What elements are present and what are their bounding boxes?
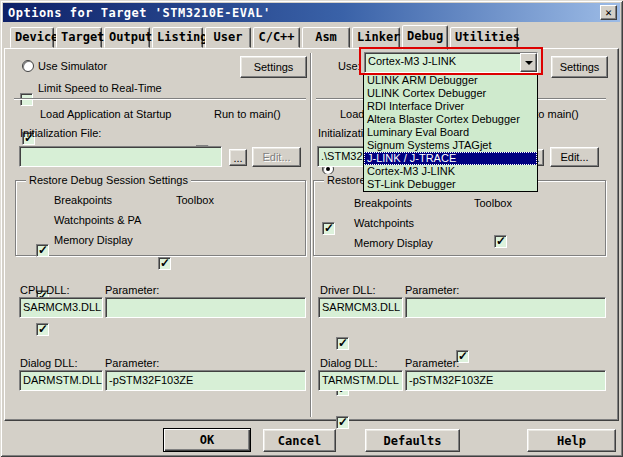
tab-strip: Device Target Output Listing User C/C++ …	[10, 27, 520, 48]
dropdown-item-selected[interactable]: J-LINK / J-TRACE	[364, 152, 537, 165]
tab-utilities[interactable]: Utilities	[450, 27, 518, 48]
dropdown-item[interactable]: Altera Blaster Cortex Debugger	[364, 113, 537, 126]
edit-button-left[interactable]: Edit...	[252, 147, 301, 167]
cpu-dll-input[interactable]: SARMCM3.DLL	[19, 297, 103, 318]
pane-divider	[310, 53, 312, 417]
options-dialog: Options for Target 'STM3210E-EVAL' ✕ Dev…	[0, 0, 623, 457]
browse-button-left[interactable]: ...	[229, 149, 247, 166]
left-separator	[14, 98, 306, 100]
ok-button[interactable]: OK	[163, 428, 251, 452]
tab-debug[interactable]: Debug	[402, 25, 448, 50]
cancel-button[interactable]: Cancel	[263, 429, 336, 452]
tab-target[interactable]: Target	[56, 27, 102, 48]
dropdown-item[interactable]: Cortex-M3 J-LINK	[364, 165, 537, 178]
dropdown-item[interactable]: RDI Interface Driver	[364, 100, 537, 113]
title-bar[interactable]: Options for Target 'STM3210E-EVAL' ✕	[3, 3, 620, 22]
memory-display-label-right: Memory Display	[354, 237, 433, 250]
use-simulator-radio[interactable]	[22, 60, 34, 72]
driver-param-input[interactable]	[405, 297, 606, 318]
tab-asm[interactable]: Asm	[302, 27, 350, 48]
tab-user[interactable]: User	[205, 27, 251, 48]
cpu-param-input[interactable]	[105, 297, 306, 318]
tab-cpp[interactable]: C/C++	[253, 27, 300, 48]
cpu-dll-label: CPU DLL:	[20, 284, 70, 297]
breakpoints-label-right: Breakpoints	[354, 197, 412, 210]
dialog-dll-input-right[interactable]: TARMSTM.DLL	[318, 370, 403, 391]
close-icon[interactable]: ✕	[600, 5, 617, 20]
dialog-dll-input-left[interactable]: DARMSTM.DLL	[19, 370, 103, 391]
dialog-dll-label-left: Dialog DLL:	[20, 357, 77, 370]
restore-group-title-left: Restore Debug Session Settings	[26, 174, 191, 186]
dropdown-item[interactable]: ULINK Cortex Debugger	[364, 87, 537, 100]
breakpoints-checkbox-left[interactable]	[36, 244, 49, 257]
limit-speed-label: Limit Speed to Real-Time	[38, 82, 162, 95]
defaults-button[interactable]: Defaults	[365, 429, 460, 452]
init-file-label-left: Initialization File:	[20, 127, 101, 140]
use-simulator-label: Use Simulator	[38, 60, 107, 73]
toolbox-checkbox-left[interactable]	[158, 257, 171, 270]
load-app-label-left: Load Application at Startup	[40, 108, 171, 121]
init-file-input-left[interactable]	[19, 146, 222, 167]
memory-display-label-left: Memory Display	[54, 234, 133, 247]
memory-display-checkbox-right[interactable]	[336, 416, 349, 429]
dialog-dll-label-right: Dialog DLL:	[320, 357, 377, 370]
watchpoints-label-left: Watchpoints & PA	[54, 214, 141, 227]
run-to-main-label-left: Run to main()	[214, 108, 281, 121]
cpu-param-label: Parameter:	[105, 284, 159, 297]
debug-driver-dropdown-list: ULINK ARM Debugger ULINK Cortex Debugger…	[363, 73, 538, 192]
driver-settings-button[interactable]: Settings	[551, 56, 608, 78]
memory-display-checkbox-left[interactable]	[36, 323, 49, 336]
dropdown-item[interactable]: ST-Link Debugger	[364, 178, 537, 191]
combo-arrow-icon[interactable]	[520, 53, 537, 72]
dropdown-item[interactable]: Signum Systems JTAGjet	[364, 139, 537, 152]
breakpoints-checkbox-right[interactable]	[336, 337, 349, 350]
dropdown-item[interactable]: Luminary Eval Board	[364, 126, 537, 139]
toolbox-label-left: Toolbox	[176, 194, 214, 207]
simulator-settings-button[interactable]: Settings	[240, 56, 307, 78]
tab-device[interactable]: Device	[10, 27, 54, 48]
driver-dll-label: Driver DLL:	[320, 284, 376, 297]
tab-linker[interactable]: Linker	[352, 27, 400, 48]
dialog-param-input-left[interactable]: -pSTM32F103ZE	[105, 370, 306, 391]
tab-output[interactable]: Output	[104, 27, 150, 48]
dialog-param-label-left: Parameter:	[105, 357, 159, 370]
breakpoints-label-left: Breakpoints	[54, 194, 112, 207]
help-button[interactable]: Help	[527, 429, 616, 452]
driver-param-label: Parameter:	[405, 284, 459, 297]
dialog-param-label-right: Parameter:	[405, 357, 459, 370]
edit-button-right[interactable]: Edit...	[550, 147, 599, 167]
debug-driver-combobox[interactable]: Cortex-M3 J-LINK	[364, 52, 538, 73]
debug-driver-value: Cortex-M3 J-LINK	[365, 53, 520, 72]
toolbox-label-right: Toolbox	[474, 197, 512, 210]
dialog-param-input-right[interactable]: -pSTM32F103ZE	[405, 370, 606, 391]
driver-dll-input[interactable]: SARMCM3.DLL	[318, 297, 403, 318]
tab-listing[interactable]: Listing	[152, 27, 203, 48]
watchpoints-label-right: Watchpoints	[354, 217, 414, 230]
window-title: Options for Target 'STM3210E-EVAL'	[3, 6, 271, 20]
dropdown-item[interactable]: ULINK ARM Debugger	[364, 74, 537, 87]
use-driver-label: Use:	[338, 60, 361, 73]
